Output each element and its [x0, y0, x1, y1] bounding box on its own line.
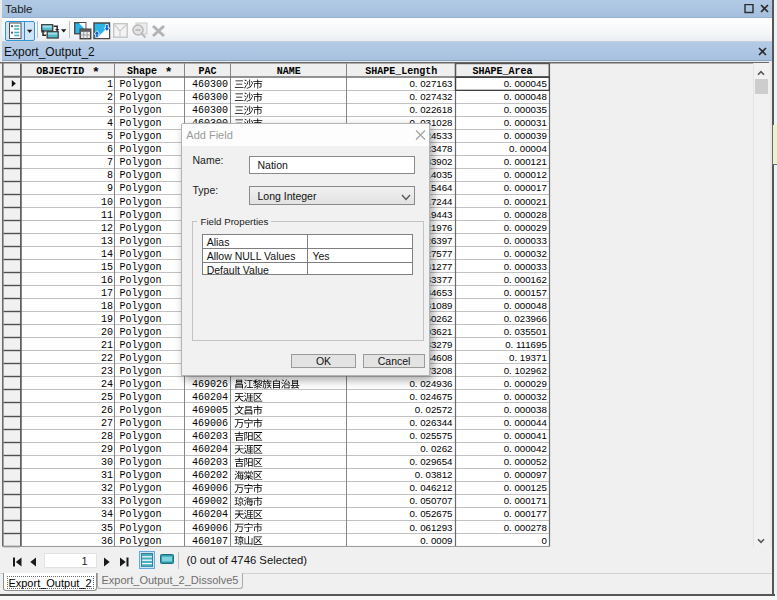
svg-text:19: 19: [101, 314, 113, 325]
svg-text:0. 000048: 0. 000048: [504, 91, 547, 102]
svg-text:Polygon: Polygon: [120, 379, 162, 390]
svg-text:22: 22: [101, 353, 113, 364]
svg-text:0. 00004: 0. 00004: [509, 143, 547, 154]
svg-text:0. 000162: 0. 000162: [504, 274, 547, 285]
svg-text:Polygon: Polygon: [120, 118, 162, 129]
svg-text:0. 111695: 0. 111695: [505, 339, 547, 350]
svg-text:5: 5: [107, 131, 113, 142]
svg-text:0. 024936: 0. 024936: [409, 378, 452, 389]
svg-text:0. 000041: 0. 000041: [504, 430, 547, 441]
svg-text:0. 000039: 0. 000039: [504, 130, 547, 141]
svg-text:4: 4: [107, 118, 113, 129]
svg-text:0: 0: [541, 535, 547, 546]
svg-text:0. 029654: 0. 029654: [409, 456, 453, 467]
svg-text:7: 7: [107, 157, 113, 168]
svg-text:0. 027432: 0. 027432: [409, 91, 452, 102]
svg-text:Polygon: Polygon: [120, 288, 162, 299]
svg-text:0. 000021: 0. 000021: [504, 196, 547, 207]
svg-text:PAC: PAC: [198, 66, 216, 77]
svg-text:18: 18: [101, 301, 113, 312]
svg-text:Polygon: Polygon: [120, 353, 162, 364]
svg-text:0. 000121: 0. 000121: [504, 156, 547, 167]
svg-text:Polygon: Polygon: [120, 144, 162, 155]
svg-text:27: 27: [101, 418, 113, 429]
svg-text:460202: 460202: [192, 470, 228, 481]
svg-text:21: 21: [101, 340, 113, 351]
svg-text:460203: 460203: [192, 457, 228, 468]
svg-text:0. 000032: 0. 000032: [504, 391, 547, 402]
svg-text:0. 102962: 0. 102962: [504, 365, 547, 376]
svg-text:469006: 469006: [192, 483, 228, 494]
svg-text:0. 000171: 0. 000171: [504, 495, 547, 506]
svg-text:0. 000278: 0. 000278: [504, 522, 547, 533]
svg-text:25: 25: [101, 392, 113, 403]
svg-text:13: 13: [101, 236, 113, 247]
svg-text:24: 24: [101, 379, 113, 390]
svg-text:Polygon: Polygon: [120, 301, 162, 312]
svg-text:Polygon: Polygon: [120, 444, 162, 455]
svg-text:0. 000052: 0. 000052: [504, 456, 547, 467]
svg-text:Polygon: Polygon: [120, 327, 162, 338]
svg-text:0. 000028: 0. 000028: [504, 209, 547, 220]
svg-text:0. 000044: 0. 000044: [504, 417, 548, 428]
svg-text:Polygon: Polygon: [120, 340, 162, 351]
svg-text:460204: 460204: [192, 392, 228, 403]
svg-text:460300: 460300: [192, 79, 228, 90]
svg-text:Polygon: Polygon: [120, 457, 162, 468]
svg-text:0. 000033: 0. 000033: [504, 235, 547, 246]
svg-text:35: 35: [101, 523, 113, 534]
svg-text:0. 026344: 0. 026344: [409, 417, 453, 428]
svg-text:0. 000032: 0. 000032: [504, 248, 547, 259]
svg-text:20: 20: [101, 327, 113, 338]
svg-text:Polygon: Polygon: [120, 157, 162, 168]
svg-text:Polygon: Polygon: [120, 366, 162, 377]
svg-text:Polygon: Polygon: [120, 509, 162, 520]
svg-text:0. 027163: 0. 027163: [409, 78, 452, 89]
svg-text:0. 000038: 0. 000038: [504, 404, 547, 415]
svg-text:10: 10: [101, 197, 113, 208]
svg-text:26: 26: [101, 405, 113, 416]
svg-text:0. 025575: 0. 025575: [409, 430, 452, 441]
svg-text:23: 23: [101, 366, 113, 377]
svg-text:30: 30: [101, 457, 113, 468]
svg-text:33: 33: [101, 496, 113, 507]
svg-text:34: 34: [101, 509, 113, 520]
svg-text:Polygon: Polygon: [120, 418, 162, 429]
svg-text:0. 03812: 0. 03812: [415, 469, 453, 480]
svg-text:Polygon: Polygon: [120, 392, 162, 403]
svg-text:460203: 460203: [192, 431, 228, 442]
svg-text:8: 8: [107, 170, 113, 181]
svg-text:Polygon: Polygon: [120, 105, 162, 116]
svg-text:Polygon: Polygon: [120, 483, 162, 494]
svg-text:Polygon: Polygon: [120, 170, 162, 181]
svg-text:0. 0262: 0. 0262: [420, 443, 452, 454]
svg-text:Polygon: Polygon: [120, 536, 162, 547]
svg-text:460300: 460300: [192, 92, 228, 103]
svg-text:0. 000048: 0. 000048: [504, 300, 547, 311]
svg-text:SHAPE_Area: SHAPE_Area: [472, 66, 532, 77]
svg-text:1: 1: [107, 79, 113, 90]
svg-text:Polygon: Polygon: [120, 405, 162, 416]
svg-text:36: 36: [101, 536, 113, 547]
svg-text:0. 000125: 0. 000125: [504, 482, 547, 493]
svg-text:2: 2: [107, 92, 113, 103]
svg-text:Polygon: Polygon: [120, 131, 162, 142]
svg-text:0. 050707: 0. 050707: [409, 495, 452, 506]
svg-text:Polygon: Polygon: [120, 197, 162, 208]
svg-text:0. 000029: 0. 000029: [504, 378, 547, 389]
svg-text:Polygon: Polygon: [120, 183, 162, 194]
svg-text:Polygon: Polygon: [120, 236, 162, 247]
svg-text:0. 000033: 0. 000033: [504, 261, 547, 272]
svg-text:NAME: NAME: [277, 66, 301, 77]
svg-text:0. 000045: 0. 000045: [504, 78, 547, 89]
svg-text:460204: 460204: [192, 509, 228, 520]
svg-text:Polygon: Polygon: [120, 470, 162, 481]
svg-text:469006: 469006: [192, 523, 228, 534]
svg-text:0. 02572: 0. 02572: [415, 404, 453, 415]
svg-text:460107: 460107: [192, 536, 228, 547]
svg-text:Polygon: Polygon: [120, 275, 162, 286]
svg-text:Polygon: Polygon: [120, 249, 162, 260]
svg-text:14: 14: [101, 249, 113, 260]
svg-text:31: 31: [101, 470, 113, 481]
svg-text:15: 15: [101, 262, 113, 273]
